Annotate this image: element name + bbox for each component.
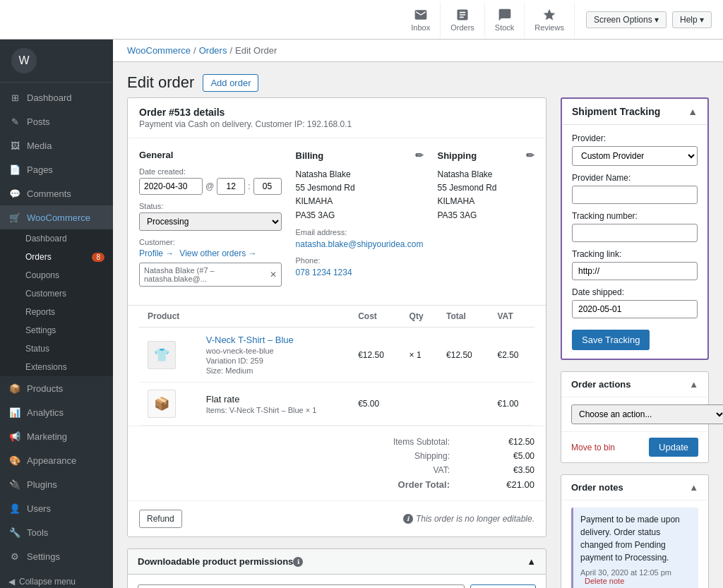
stock-icon-btn[interactable]: Stock: [485, 2, 525, 37]
minute-input[interactable]: [253, 178, 282, 195]
date-shipped-input[interactable]: [572, 300, 698, 318]
inbox-icon-btn[interactable]: Inbox: [401, 2, 441, 37]
products-icon: 📦: [8, 382, 21, 395]
sidebar-item-coupons[interactable]: Coupons: [0, 266, 113, 284]
sidebar-item-orders[interactable]: Orders 8: [0, 248, 113, 266]
order-notes-collapse[interactable]: ▲: [689, 482, 698, 493]
shipment-tracking-collapse[interactable]: ▲: [688, 106, 698, 117]
help-btn[interactable]: Help ▾: [672, 11, 712, 28]
billing-edit-icon[interactable]: ✏: [415, 150, 424, 161]
sidebar-item-reports[interactable]: Reports: [0, 303, 113, 321]
sidebar-item-appearance[interactable]: 🎨 Appearance: [0, 448, 113, 472]
sidebar-item-extensions[interactable]: Extensions: [0, 358, 113, 376]
downloadable-collapse-icon[interactable]: ▲: [527, 556, 536, 567]
search-download-input[interactable]: [138, 584, 465, 588]
sidebar-item-products[interactable]: 📦 Products: [0, 376, 113, 400]
sidebar-item-media[interactable]: 🖼 Media: [0, 133, 113, 157]
media-icon: 🖼: [8, 139, 21, 152]
sidebar-item-status[interactable]: Status: [0, 340, 113, 358]
shipping-qty-cell: [401, 383, 438, 426]
move-to-bin-link[interactable]: Move to bin: [571, 443, 615, 452]
delete-note-link[interactable]: Delete note: [585, 577, 624, 585]
order-total-value: €21.00: [492, 479, 534, 490]
add-order-button[interactable]: Add order: [203, 74, 258, 92]
sidebar-item-tools[interactable]: 🔧 Tools: [0, 520, 113, 544]
tracking-number-field-group: Tracking number:: [572, 211, 698, 242]
breadcrumb-woocommerce[interactable]: WooCommerce: [127, 45, 191, 56]
vat-value: €3.50: [492, 465, 534, 475]
vat-row: VAT: €3.50: [139, 463, 534, 477]
email-link[interactable]: natasha.blake@shipyouridea.com: [296, 239, 424, 249]
sidebar-item-woocommerce[interactable]: 🛒 WooCommerce: [0, 205, 113, 229]
view-other-orders-link[interactable]: View other orders →: [179, 248, 256, 258]
orders-badge: 8: [92, 253, 104, 262]
product-name-link[interactable]: V-Neck T-Shirt – Blue: [206, 335, 294, 345]
sidebar-item-pages[interactable]: 📄 Pages: [0, 157, 113, 181]
hour-input[interactable]: [217, 178, 245, 195]
order-action-select[interactable]: Choose an action... Email invoice Regene…: [571, 404, 723, 424]
sidebar-item-woo-dashboard[interactable]: Dashboard: [0, 229, 113, 248]
orders-icon-btn[interactable]: Orders: [441, 2, 485, 37]
reviews-icon-btn[interactable]: Reviews: [525, 2, 575, 37]
customer-links: Profile → View other orders →: [139, 248, 282, 258]
sidebar-item-posts[interactable]: ✎ Posts: [0, 109, 113, 133]
sidebar-item-plugins[interactable]: 🔌 Plugins: [0, 472, 113, 496]
shipping-details-cell: Flat rate Items: V-Neck T-Shirt – Blue ×…: [198, 383, 349, 426]
tracking-link-input[interactable]: [572, 262, 698, 280]
breadcrumb-orders[interactable]: Orders: [199, 45, 227, 56]
order-actions-body: Choose an action... Email invoice Regene…: [561, 397, 708, 431]
customer-clear-icon[interactable]: ✕: [270, 270, 277, 280]
product-thumb-cell: 👕: [139, 328, 198, 383]
date-input[interactable]: [139, 178, 203, 195]
shipment-tracking-card: Shipment Tracking ▲ Provider: Custom Pro…: [561, 97, 709, 360]
plugins-icon: 🔌: [8, 478, 21, 491]
billing-title: Billing ✏: [296, 150, 424, 161]
save-tracking-button[interactable]: Save Tracking: [572, 330, 650, 350]
tracking-number-input[interactable]: [572, 224, 698, 242]
analytics-icon: 📊: [8, 406, 21, 419]
sidebar-item-comments[interactable]: 💬 Comments: [0, 181, 113, 205]
refund-button[interactable]: Refund: [139, 510, 182, 528]
vat-label: VAT:: [433, 465, 450, 475]
provider-name-input[interactable]: [572, 186, 698, 204]
shipping-cost-cell: €5.00: [349, 383, 400, 426]
tools-icon: 🔧: [8, 526, 21, 539]
date-row: Date created: @ :: [139, 167, 282, 195]
sidebar-item-analytics[interactable]: 📊 Analytics: [0, 400, 113, 424]
phone-link[interactable]: 078 1234 1234: [296, 268, 352, 277]
sidebar-item-dashboard[interactable]: ⊞ Dashboard: [0, 85, 113, 109]
product-cost-cell: €12.50: [349, 328, 400, 383]
page-title: Edit order: [127, 73, 194, 92]
sidebar-item-users[interactable]: 👤 Users: [0, 496, 113, 520]
sidebar-item-marketing[interactable]: 📢 Marketing: [0, 424, 113, 448]
screen-options-btn[interactable]: Screen Options ▾: [586, 11, 667, 28]
downloadable-header[interactable]: Downloadable product permissions ℹ ▲: [127, 548, 546, 575]
subtotal-label: Items Subtotal:: [393, 437, 450, 447]
tracking-link-field-group: Tracking link:: [572, 249, 698, 280]
order-title: Order #513 details: [139, 107, 534, 118]
provider-name-field-group: Provider Name:: [572, 173, 698, 204]
profile-link[interactable]: Profile →: [139, 248, 174, 258]
totals-section: Items Subtotal: €12.50 Shipping: €5.00 V…: [128, 426, 546, 500]
order-note-text: Payment to be made upon delivery. Order …: [580, 513, 691, 564]
order-actions-collapse[interactable]: ▲: [689, 379, 698, 390]
products-section: Product Cost Qty Total VAT: [128, 305, 546, 426]
provider-select[interactable]: Custom Provider DHL UPS FedEx: [572, 146, 698, 166]
customer-label: Customer:: [139, 238, 282, 246]
sidebar-item-customers[interactable]: Customers: [0, 284, 113, 303]
main-column: Order #513 details Payment via Cash on d…: [127, 97, 546, 588]
sidebar-item-woo-settings[interactable]: Settings: [0, 321, 113, 340]
update-button[interactable]: Update: [649, 438, 698, 457]
grant-access-button[interactable]: Grant access: [470, 584, 536, 588]
status-select[interactable]: Processing: [139, 212, 282, 231]
billing-section: Billing ✏ Natasha Blake 55 Jesmond Rd KI…: [296, 150, 424, 294]
order-actions-card: Order actions ▲ Choose an action... Emai…: [561, 371, 709, 463]
sidebar-item-settings[interactable]: ⚙ Settings: [0, 544, 113, 568]
status-label: Status:: [139, 202, 282, 210]
customer-select[interactable]: Natasha Blake (#7 – natasha.blake@... ✕: [139, 263, 282, 287]
collapse-menu-btn[interactable]: ◀ Collapse menu: [0, 571, 113, 588]
date-shipped-label: Date shipped:: [572, 287, 698, 297]
order-total-label: Order Total:: [398, 479, 450, 490]
shipping-edit-icon[interactable]: ✏: [526, 150, 534, 161]
content-grid: Order #513 details Payment via Cash on d…: [113, 97, 723, 588]
